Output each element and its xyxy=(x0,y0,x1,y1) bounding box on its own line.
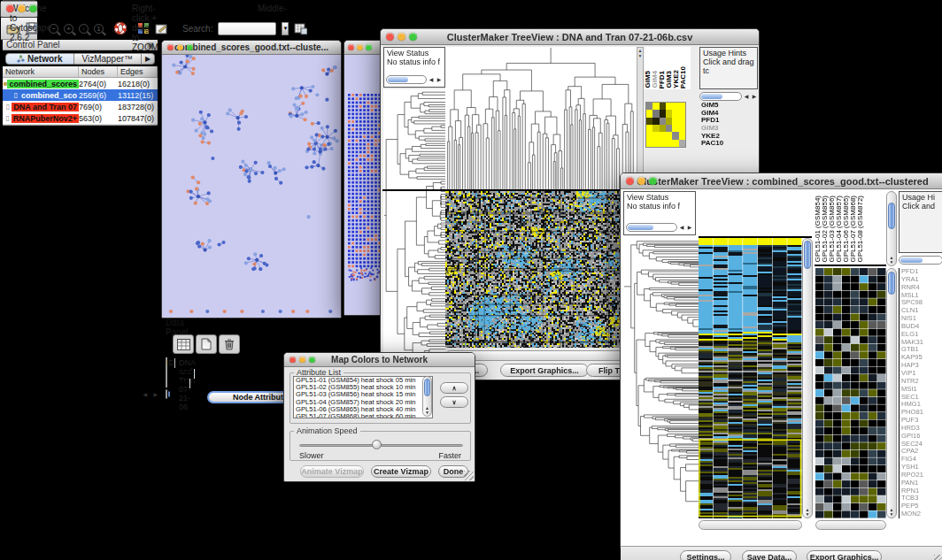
grid-network-canvas[interactable] xyxy=(344,55,383,315)
treeview2-window: ClusterMaker TreeView : combined_scores_… xyxy=(620,173,942,548)
zoom-h-scrollbar[interactable] xyxy=(815,520,886,530)
matrix-cell xyxy=(679,132,685,139)
view-status-scrollbar[interactable]: ◀▶ xyxy=(386,75,443,84)
close-button[interactable] xyxy=(290,357,296,363)
slower-label: Slower xyxy=(299,451,324,460)
scroll-right-arrow[interactable]: ▶ xyxy=(153,390,158,399)
move-down-button[interactable]: ∨ xyxy=(440,396,468,408)
network-tree-row[interactable]: ▯ RNAPuberNov2+ 563(0) 107847(0) xyxy=(3,112,158,124)
import-table-icon[interactable] xyxy=(294,20,307,36)
grid-network-window xyxy=(344,40,384,316)
resize-grip[interactable] xyxy=(934,555,942,560)
attribute-list-scrollbar[interactable]: ▲▼ xyxy=(422,376,432,417)
minimize-button[interactable] xyxy=(398,33,405,41)
usage-hints-scrollbar[interactable] xyxy=(899,256,942,265)
matrix-cell xyxy=(666,118,672,125)
matrix-cell xyxy=(646,110,652,117)
minimize-button[interactable] xyxy=(18,4,26,12)
zoom-v-scrollbar[interactable]: ▲▼ xyxy=(886,268,897,518)
close-button[interactable] xyxy=(386,33,394,41)
attribute-list-item[interactable]: GPL51-07 (GSM868) heat shock 60 min xyxy=(294,413,432,418)
zoom-button[interactable] xyxy=(649,177,657,185)
tab-vizmapper[interactable]: VizMapper™ xyxy=(74,53,143,65)
new-attribute-icon[interactable] xyxy=(196,334,217,354)
view-status-scrollbar[interactable]: ◀▶ xyxy=(626,223,693,232)
data-panel-h-scrollbar[interactable]: ◀ ▶ xyxy=(166,389,167,399)
treeview2-heatmap-canvas[interactable] xyxy=(699,238,802,518)
search-dropdown-button[interactable]: ▼ xyxy=(282,22,289,35)
search-input[interactable] xyxy=(218,22,276,35)
matrix-cell xyxy=(660,132,666,139)
tab-overflow-arrow[interactable]: ▶ xyxy=(142,53,155,65)
minimize-button[interactable] xyxy=(299,357,305,363)
usage-hints-scrollbar[interactable]: ◀▶ xyxy=(699,92,758,101)
row-dendrogram-canvas[interactable] xyxy=(383,89,445,366)
resize-grip[interactable] xyxy=(464,471,474,480)
minimize-button[interactable] xyxy=(177,44,183,50)
network-tree-row[interactable]: ■ combined_scores 2764(0) 16218(0) xyxy=(3,78,158,89)
create-vizmap-button[interactable]: Create Vizmap xyxy=(371,465,431,478)
heatmap-v-scrollbar[interactable]: ▲▼ xyxy=(802,238,813,518)
treeview2-footer: Settings... Save Data... Export Graphics… xyxy=(621,546,942,560)
grid-network-titlebar[interactable] xyxy=(344,41,383,55)
minimize-button[interactable] xyxy=(637,177,645,185)
animation-speed-group: Animation Speed Slower Faster xyxy=(290,431,471,461)
zoom-button[interactable] xyxy=(29,4,37,12)
network-tree-row[interactable]: ▯ combined_sco 2569(6) 13112(15) xyxy=(3,89,158,101)
treeview2-column-labels[interactable]: GPL51-01 (GSM854)GPL51-02 (GSM855)GPL51-… xyxy=(815,191,886,266)
treeview1-heatmap-canvas[interactable] xyxy=(445,191,626,348)
animate-vizmap-button[interactable]: Animate Vizmap xyxy=(300,465,364,478)
minimize-button[interactable] xyxy=(357,44,363,50)
tab-network[interactable]: Network xyxy=(5,53,74,65)
move-up-button[interactable]: ∧ xyxy=(440,382,468,394)
attribute-list[interactable]: GPL51-01 (GSM854) heat shock 05 minGPL51… xyxy=(293,376,433,418)
zoom-heatmap-canvas[interactable] xyxy=(815,268,886,518)
save-data-button[interactable]: Save Data... xyxy=(742,550,797,560)
export-graphics-button[interactable]: Export Graphics... xyxy=(807,550,882,560)
network-table-header[interactable]: Network Nodes Edges xyxy=(3,66,158,78)
help-lifesaver-icon[interactable] xyxy=(114,20,127,36)
treeview2-titlebar[interactable]: ClusterMaker TreeView : combined_scores_… xyxy=(621,173,942,189)
scrollbar-thumb[interactable] xyxy=(888,272,895,295)
close-button[interactable] xyxy=(348,44,354,50)
scrollbar-thumb[interactable] xyxy=(888,203,895,229)
treeview1-column-labels[interactable]: GIM5GIM4PFD1GIM3YKE2PAC10 xyxy=(645,47,691,89)
dialog-titlebar[interactable]: Map Colors to Network xyxy=(284,353,475,367)
zoom-matrix-row-labels[interactable]: GIM5GIM4PFD1GIM3YKE2PAC10 xyxy=(701,102,758,148)
attribute-table[interactable]: ID DNA and Tran 07-21-06 PAC10621 PFD179… xyxy=(166,357,167,387)
network-tree-row[interactable]: ▯ DNA and Tran 07 769(0) 183728(0) xyxy=(3,101,158,112)
close-button[interactable] xyxy=(6,4,14,12)
scrollbar-thumb[interactable] xyxy=(168,391,170,397)
export-graphics-button[interactable]: Export Graphics... xyxy=(500,364,589,377)
close-button[interactable] xyxy=(626,177,634,185)
delete-attribute-icon[interactable] xyxy=(219,334,240,354)
speed-slider-thumb[interactable] xyxy=(372,440,382,449)
scrollbar-thumb[interactable] xyxy=(424,379,430,396)
close-button[interactable] xyxy=(167,44,174,50)
gene-label-list[interactable]: PFD1YRA1RNR4MSL1SPC98CLN1NIS1BUD4ELG1MAK… xyxy=(899,268,942,518)
zoom-in-icon[interactable] xyxy=(64,20,73,36)
zoom-button[interactable] xyxy=(309,357,315,363)
zoom-matrix[interactable] xyxy=(645,102,686,148)
scroll-left-arrow[interactable]: ◀ xyxy=(143,390,147,399)
scrollbar-thumb[interactable] xyxy=(804,241,811,269)
zoom-selected-icon[interactable] xyxy=(79,20,89,36)
usage-hints-panel: Usage HiClick and xyxy=(899,191,942,253)
column-dendrogram-canvas[interactable] xyxy=(445,47,637,189)
status-hint-pan: Middle- xyxy=(258,4,287,13)
mini-v-scrollbar[interactable]: ▲▼ xyxy=(637,47,644,189)
network-tree-table: ■ combined_scores 2764(0) 16218(0) ▯ com… xyxy=(3,78,158,124)
heatmap-h-scrollbar[interactable] xyxy=(699,520,802,530)
network-view-canvas[interactable] xyxy=(162,55,341,318)
zoom-button[interactable] xyxy=(187,44,193,50)
label-panel-scrollbar[interactable]: ▲▼ xyxy=(886,191,897,266)
network-view-titlebar[interactable]: combined_scores_good.txt--cluste... xyxy=(162,41,341,55)
matrix-cell xyxy=(652,103,659,110)
treeview1-titlebar[interactable]: ClusterMaker TreeView : DNA and Tran 07-… xyxy=(381,29,759,45)
settings-button[interactable]: Settings... xyxy=(680,550,731,560)
attribute-select-icon[interactable] xyxy=(173,334,194,354)
gene-dendrogram-canvas[interactable] xyxy=(623,238,699,518)
zoom-button[interactable] xyxy=(366,44,372,50)
zoom-actual-size-icon[interactable] xyxy=(94,20,104,36)
zoom-button[interactable] xyxy=(409,33,417,41)
